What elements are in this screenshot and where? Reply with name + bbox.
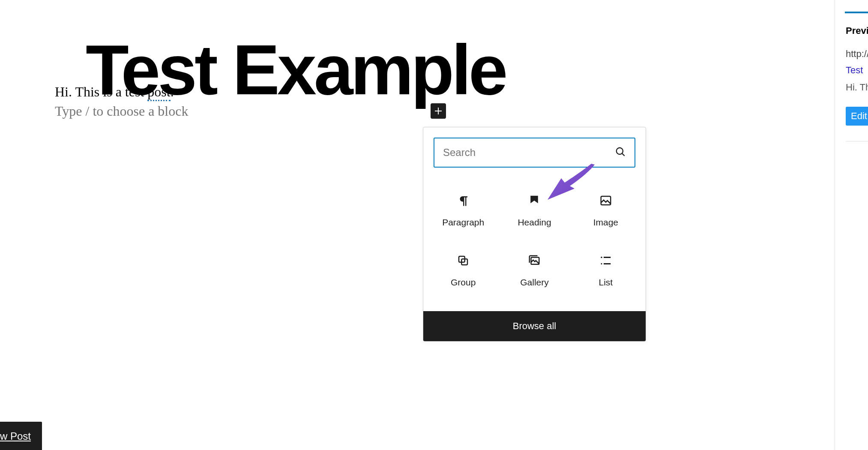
block-label: Gallery bbox=[520, 277, 549, 288]
block-search-input[interactable] bbox=[434, 138, 635, 168]
add-block-button[interactable] bbox=[431, 103, 446, 119]
plus-icon bbox=[433, 106, 443, 116]
search-icon bbox=[615, 146, 626, 159]
preview-link-title[interactable]: Test bbox=[835, 60, 868, 76]
heading-icon bbox=[528, 193, 541, 208]
block-list[interactable]: List bbox=[570, 240, 641, 300]
svg-point-5 bbox=[601, 257, 602, 258]
block-inserter-popover: Paragraph Heading Image Group bbox=[423, 127, 646, 342]
inserter-search-wrap bbox=[434, 138, 635, 168]
browse-all-button[interactable]: Browse all bbox=[423, 311, 646, 341]
edit-snippet-button[interactable]: Edit bbox=[846, 107, 868, 126]
list-icon bbox=[599, 253, 612, 268]
block-image[interactable]: Image bbox=[570, 180, 641, 240]
svg-point-0 bbox=[617, 148, 623, 154]
settings-sidebar: Previ http:// Test Hi. Th Edit bbox=[835, 0, 868, 450]
block-gallery[interactable]: Gallery bbox=[499, 240, 570, 300]
sidebar-separator bbox=[846, 141, 868, 141]
block-heading[interactable]: Heading bbox=[499, 180, 570, 240]
editor-canvas: Test Example Hi. This is a test post. Ty… bbox=[0, 0, 868, 450]
body-text: Hi. This is a test bbox=[55, 84, 147, 99]
preview-snippet: Hi. Th bbox=[835, 76, 868, 93]
block-grid: Paragraph Heading Image Group bbox=[423, 172, 646, 311]
body-text-suffix: . bbox=[171, 84, 174, 99]
block-label: Paragraph bbox=[442, 217, 484, 228]
spellcheck-word[interactable]: post bbox=[147, 84, 170, 101]
gallery-icon bbox=[528, 253, 541, 268]
paragraph-icon bbox=[457, 193, 470, 208]
block-label: Group bbox=[451, 277, 476, 288]
group-icon bbox=[457, 253, 470, 268]
image-icon bbox=[599, 193, 612, 208]
block-label: List bbox=[599, 277, 613, 288]
sidebar-active-tab[interactable] bbox=[845, 0, 868, 13]
block-label: Heading bbox=[518, 217, 551, 228]
new-block-placeholder[interactable]: Type / to choose a block bbox=[55, 103, 188, 119]
post-body-paragraph[interactable]: Hi. This is a test post. bbox=[55, 84, 174, 100]
block-paragraph[interactable]: Paragraph bbox=[428, 180, 499, 240]
preview-heading: Previ bbox=[835, 13, 868, 36]
preview-url: http:// bbox=[835, 36, 868, 60]
block-group[interactable]: Group bbox=[428, 240, 499, 300]
block-label: Image bbox=[593, 217, 618, 228]
new-post-button[interactable]: w Post bbox=[0, 422, 42, 450]
